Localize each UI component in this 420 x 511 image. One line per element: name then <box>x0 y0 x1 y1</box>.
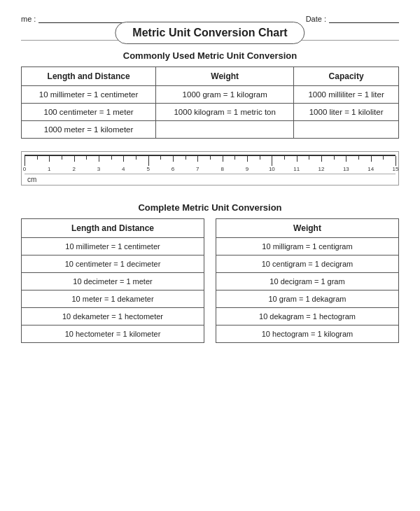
table-cell: 1000 liter = 1 kiloliter <box>294 104 399 121</box>
ruler-tick <box>223 156 223 162</box>
table-row: 10 milligram = 1 centigram <box>216 238 399 255</box>
ruler-tick <box>173 156 174 162</box>
table-cell <box>156 121 294 139</box>
ruler-label: 7 <box>196 166 199 172</box>
table-cell: 10 hectogram = 1 kilogram <box>216 326 399 343</box>
ruler-half-tick <box>284 156 285 160</box>
ruler-half-tick <box>358 156 359 160</box>
col-header-weight: Weight <box>156 67 294 86</box>
table-row: 10 centimeter = 1 decimeter <box>22 255 204 273</box>
table-row: 10 decimeter = 1 meter <box>22 273 204 290</box>
complete-length-table: Length and Distance 10 millimeter = 1 ce… <box>21 218 204 343</box>
ruler-label: 15 <box>393 166 399 172</box>
table-cell: 10 meter = 1 dekameter <box>22 290 204 308</box>
table-row: 100 centimeter = 1 meter1000 kilogram = … <box>22 104 399 121</box>
complete-section-heading: Complete Metric Unit Conversion <box>21 202 399 213</box>
ruler-half-tick <box>86 156 87 160</box>
complete-length-col: Length and Distance 10 millimeter = 1 ce… <box>21 218 204 350</box>
ruler-tick <box>148 156 149 166</box>
ruler-label: 0 <box>23 166 26 172</box>
ruler-half-tick <box>62 156 62 160</box>
common-section-heading: Commonly Used Metric Unit Conversion <box>21 50 399 61</box>
ruler-half-tick <box>260 156 260 160</box>
ruler-label: 9 <box>246 166 248 172</box>
ruler-tick <box>24 156 25 166</box>
complete-tables-container: Length and Distance 10 millimeter = 1 ce… <box>21 218 399 350</box>
table-row: 10 decigram = 1 gram <box>216 273 399 290</box>
ruler-label: 5 <box>146 166 149 172</box>
ruler-label: 4 <box>122 166 125 172</box>
ruler-tick <box>396 156 396 166</box>
table-row: 10 millimeter = 1 centimeter1000 gram = … <box>22 86 399 104</box>
page-title: Metric Unit Conversion Chart <box>115 22 304 44</box>
ruler-label: 6 <box>172 166 174 172</box>
complete-length-header: Length and Distance <box>22 219 204 238</box>
date-field: Date : <box>306 14 399 23</box>
table-row: 1000 meter = 1 kilometer <box>22 121 399 139</box>
table-row: 10 gram = 1 dekagram <box>216 290 399 308</box>
ruler-tick <box>197 156 198 162</box>
ruler-tick <box>247 156 248 162</box>
ruler-tick <box>123 156 124 162</box>
ruler-half-tick <box>309 156 309 160</box>
ruler-label: 8 <box>220 166 223 172</box>
table-cell: 10 dekagram = 1 hectogram <box>216 308 399 326</box>
title-row: Metric Unit Conversion Chart <box>21 27 399 41</box>
ruler-label: 2 <box>72 166 75 172</box>
name-field: me : <box>21 14 122 23</box>
ruler-tick <box>99 156 99 162</box>
table-row: 10 meter = 1 dekameter <box>22 290 204 308</box>
ruler-wrapper: 0123456789101112131415 cm <box>21 151 399 186</box>
table-cell: 10 centimeter = 1 decimeter <box>22 255 204 273</box>
table-row: 10 millimeter = 1 centimeter <box>22 238 204 255</box>
ruler-tick <box>321 156 322 162</box>
table-cell: 100 centimeter = 1 meter <box>22 104 156 121</box>
ruler-tick <box>74 156 75 162</box>
col-header-length: Length and Distance <box>22 67 156 86</box>
table-row: 10 hectometer = 1 kilometer <box>22 326 204 343</box>
ruler-tick <box>49 156 50 162</box>
ruler-half-tick <box>210 156 211 160</box>
common-conversion-table: Length and Distance Weight Capacity 10 m… <box>21 66 399 139</box>
ruler-half-tick <box>186 156 186 160</box>
table-row: 10 dekameter = 1 hectometer <box>22 308 204 326</box>
ruler-half-tick <box>234 156 235 160</box>
ruler-half-tick <box>334 156 335 160</box>
table-cell: 10 millimeter = 1 centimeter <box>22 86 156 104</box>
ruler-tick <box>346 156 346 162</box>
table-cell: 10 centigram = 1 decigram <box>216 255 399 273</box>
complete-weight-col: Weight 10 milligram = 1 centigram10 cent… <box>216 218 399 350</box>
ruler-label: 12 <box>318 166 325 172</box>
ruler-tick <box>297 156 298 162</box>
complete-weight-table: Weight 10 milligram = 1 centigram10 cent… <box>216 218 399 343</box>
ruler-tick <box>272 156 272 166</box>
table-cell: 1000 milliliter = 1 liter <box>294 86 399 104</box>
table-cell: 10 decimeter = 1 meter <box>22 273 204 290</box>
ruler-label: 14 <box>368 166 374 172</box>
table-cell <box>294 121 399 139</box>
table-cell: 1000 meter = 1 kilometer <box>22 121 156 139</box>
table-cell: 1000 kilogram = 1 metric ton <box>156 104 294 121</box>
table-cell: 10 milligram = 1 centigram <box>216 238 399 255</box>
ruler-label: 1 <box>48 166 50 172</box>
complete-weight-header: Weight <box>216 219 399 238</box>
table-cell: 10 decigram = 1 gram <box>216 273 399 290</box>
name-label: me : <box>21 15 36 23</box>
table-cell: 10 millimeter = 1 centimeter <box>22 238 204 255</box>
ruler-label: 3 <box>97 166 100 172</box>
date-label: Date : <box>306 15 326 23</box>
ruler-tick <box>371 156 372 162</box>
table-cell: 10 gram = 1 dekagram <box>216 290 399 308</box>
table-row: 10 hectogram = 1 kilogram <box>216 326 399 343</box>
ruler-half-tick <box>136 156 136 160</box>
date-underline <box>329 14 399 23</box>
table-row: 10 dekagram = 1 hectogram <box>216 308 399 326</box>
ruler-half-tick <box>160 156 161 160</box>
table-cell: 1000 gram = 1 kilogram <box>156 86 294 104</box>
ruler-label: 11 <box>293 166 300 172</box>
table-cell: 10 dekameter = 1 hectometer <box>22 308 204 326</box>
ruler-label: 13 <box>343 166 349 172</box>
col-header-capacity: Capacity <box>294 67 399 86</box>
ruler: 0123456789101112131415 <box>24 155 396 174</box>
ruler-half-tick <box>37 156 38 160</box>
